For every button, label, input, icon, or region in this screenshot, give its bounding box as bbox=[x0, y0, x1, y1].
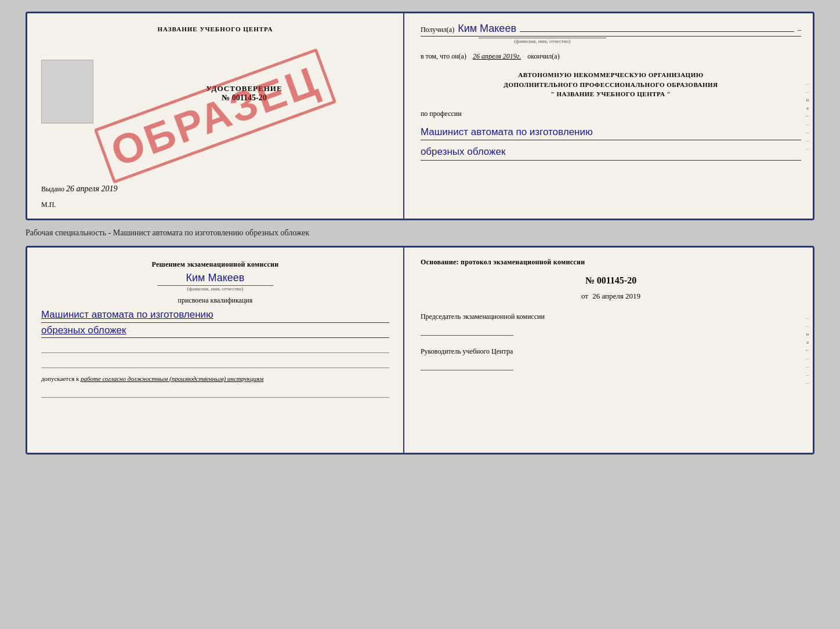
qual-decision-text: Решением экзаменационной комиссии bbox=[41, 259, 389, 270]
cert-profession-label: по профессии bbox=[421, 110, 801, 118]
cert-photo-area bbox=[41, 60, 93, 123]
certificate-book: НАЗВАНИЕ УЧЕБНОГО ЦЕНТРА УДОСТОВЕРЕНИЕ №… bbox=[26, 12, 814, 220]
qual-profession-line1: Машинист автомата по изготовлению bbox=[41, 307, 389, 323]
cert-date-row: в том, что он(а) 26 апреля 2019г. окончи… bbox=[421, 52, 801, 61]
qual-chairman-sign-line bbox=[421, 324, 513, 336]
qual-blank-line-3 bbox=[41, 386, 389, 398]
cert-side-decoration: ––иа←–––– bbox=[802, 13, 813, 219]
cert-finished-label: окончил(а) bbox=[527, 52, 559, 60]
cert-org-block: АВТОНОМНУЮ НЕКОММЕРЧЕСКУЮ ОРГАНИЗАЦИЮ ДО… bbox=[421, 70, 801, 99]
qual-допускается-text: работе согласно должностным (производств… bbox=[81, 375, 263, 382]
document-wrapper: НАЗВАНИЕ УЧЕБНОГО ЦЕНТРА УДОСТОВЕРЕНИЕ №… bbox=[26, 12, 814, 455]
qual-director-sign-line bbox=[421, 359, 513, 370]
qual-left-page: Решением экзаменационной комиссии Ким Ма… bbox=[27, 248, 404, 453]
cert-profession-value: Машинист автомата по изготовлению bbox=[421, 125, 801, 141]
cert-received-label: Получил(а) bbox=[421, 26, 454, 34]
cert-doc-type: УДОСТОВЕРЕНИЕ bbox=[99, 84, 389, 93]
qual-date-prefix: от bbox=[581, 292, 588, 300]
qualification-book: Решением экзаменационной комиссии Ким Ма… bbox=[26, 246, 814, 455]
cert-mp: М.П. bbox=[41, 201, 389, 209]
cert-right-page: Получил(а) Ким Макеев – (фамилия, имя, о… bbox=[404, 13, 813, 219]
cert-school-title: НАЗВАНИЕ УЧЕБНОГО ЦЕНТРА bbox=[41, 25, 389, 33]
cert-date-label: в том, что он(а) bbox=[421, 52, 466, 60]
cert-recipient-name: Ким Макеев bbox=[458, 23, 516, 35]
specialty-text: Рабочая специальность - Машинист автомат… bbox=[26, 226, 814, 240]
cert-fio-hint: (фамилия, имя, отчество) bbox=[479, 38, 606, 44]
qual-chairman-label: Председатель экзаменационной комиссии bbox=[421, 311, 801, 322]
cert-left-page: НАЗВАНИЕ УЧЕБНОГО ЦЕНТРА УДОСТОВЕРЕНИЕ №… bbox=[27, 13, 404, 219]
qual-director: Руководитель учебного Центра bbox=[421, 346, 801, 370]
cert-issued-row: Выдано 26 апреля 2019 bbox=[41, 184, 389, 198]
qual-chairman: Председатель экзаменационной комиссии bbox=[421, 311, 801, 336]
qual-profession-line2: обрезных обложек bbox=[41, 323, 389, 339]
qual-side-decoration: ––иа←–––– bbox=[802, 248, 813, 453]
qual-date-row: от 26 апреля 2019 bbox=[421, 292, 801, 301]
qual-fio-hint: (фамилия, имя, отчество) bbox=[157, 285, 273, 292]
qual-assigned-label: присвоена квалификация bbox=[41, 296, 389, 305]
cert-doc-number: № 001145-20 bbox=[99, 93, 389, 103]
cert-issued-date: 26 апреля 2019 bbox=[66, 184, 117, 193]
cert-issued-label: Выдано bbox=[41, 185, 64, 193]
qual-basis-title: Основание: протокол экзаменационной коми… bbox=[421, 257, 801, 267]
qual-date-value: 26 апреля 2019 bbox=[592, 292, 640, 300]
cert-profession-value2: обрезных обложек bbox=[421, 145, 801, 161]
qual-blank-line-1 bbox=[41, 341, 389, 353]
cert-org-name: " НАЗВАНИЕ УЧЕБНОГО ЦЕНТРА " bbox=[421, 89, 801, 99]
qual-director-label: Руководитель учебного Центра bbox=[421, 346, 801, 357]
qual-protocol-number: № 001145-20 bbox=[421, 275, 801, 286]
qual-допускается-label: допускается к bbox=[41, 375, 79, 382]
qual-right-page: Основание: протокол экзаменационной коми… bbox=[404, 248, 813, 453]
cert-date-value: 26 апреля 2019г. bbox=[473, 52, 521, 60]
qual-person-name: Ким Макеев bbox=[41, 272, 389, 284]
qual-blank-line-2 bbox=[41, 357, 389, 368]
qual-допускается: допускается к работе согласно должностны… bbox=[41, 374, 389, 384]
cert-org-line2: ДОПОЛНИТЕЛЬНОГО ПРОФЕССИОНАЛЬНОГО ОБРАЗО… bbox=[421, 80, 801, 90]
cert-org-line1: АВТОНОМНУЮ НЕКОММЕРЧЕСКУЮ ОРГАНИЗАЦИЮ bbox=[421, 70, 801, 80]
